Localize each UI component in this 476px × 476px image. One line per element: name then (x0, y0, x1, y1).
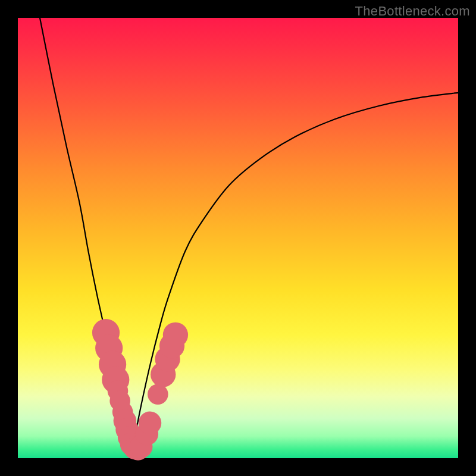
curve-right-branch (132, 93, 458, 449)
chart-frame: TheBottleneck.com (0, 0, 476, 476)
marker-group (92, 319, 188, 461)
data-marker (148, 384, 168, 405)
plot-area (18, 18, 458, 458)
chart-svg (18, 18, 458, 458)
curve-group (40, 18, 458, 449)
data-marker (139, 412, 161, 434)
data-marker (163, 322, 188, 347)
watermark-text: TheBottleneck.com (355, 4, 470, 19)
